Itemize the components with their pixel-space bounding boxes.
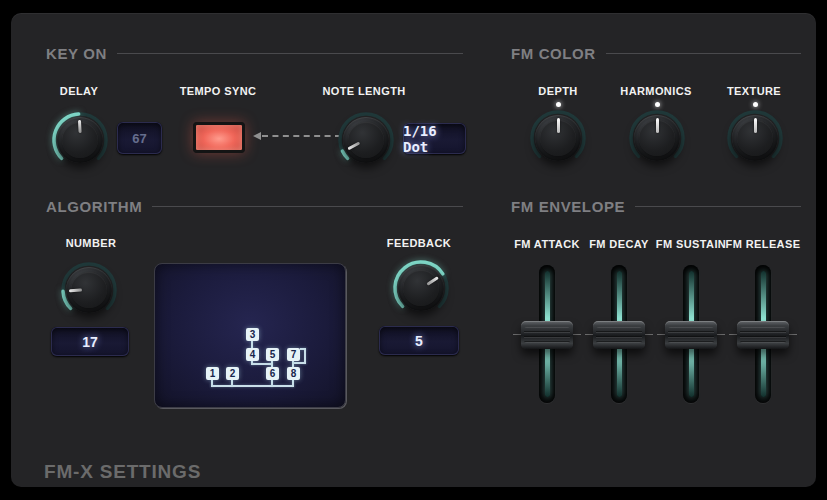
fm-color-rule: [606, 53, 801, 54]
algorithm-title: ALGORITHM: [46, 198, 142, 215]
number-label: NUMBER: [66, 237, 117, 249]
number-value-display[interactable]: 17: [51, 327, 129, 356]
depth-knob[interactable]: [528, 108, 588, 168]
depth-knob-pointer: [535, 115, 581, 161]
delay-knob-pointer: [56, 116, 104, 164]
fm-sustain-label: FM SUSTAIN: [656, 238, 726, 250]
delay-value-display[interactable]: 67: [117, 122, 162, 154]
texture-knob[interactable]: [725, 108, 785, 168]
operator-box: 4: [246, 348, 259, 361]
texture-label: TEXTURE: [727, 85, 781, 97]
operator-box: 2: [226, 367, 239, 380]
key-on-title: KEY ON: [46, 45, 107, 62]
number-knob-pointer: [64, 265, 113, 314]
key-on-rule: [117, 53, 463, 54]
plugin-window: KEY ON DELAY 67 TEMPO SYNC NOTE LENGTH: [0, 0, 827, 500]
harmonics-led: [655, 102, 660, 107]
note-length-knob[interactable]: [336, 110, 396, 170]
tempo-sync-label: TEMPO SYNC: [180, 85, 257, 97]
slider-grip: [740, 327, 786, 343]
depth-label: DEPTH: [538, 85, 577, 97]
fm-release-slider[interactable]: [729, 265, 797, 403]
operator-box: 6: [266, 367, 279, 380]
fmx-settings-panel: KEY ON DELAY 67 TEMPO SYNC NOTE LENGTH: [11, 13, 816, 487]
fm-envelope-section-header: FM ENVELOPE: [511, 198, 801, 214]
wire-carrier-bus: [211, 385, 294, 387]
texture-led: [753, 102, 758, 107]
slider-grip: [596, 327, 642, 343]
algorithm-display: 1 2 3 4 5 6 7 8: [154, 263, 346, 408]
operator-box: 3: [246, 328, 259, 341]
fm-envelope-title: FM ENVELOPE: [511, 198, 625, 215]
fm-release-slider-handle[interactable]: [737, 321, 789, 349]
arrow-left-icon: [253, 132, 261, 140]
fm-color-title: FM COLOR: [511, 45, 596, 62]
fm-decay-label: FM DECAY: [589, 238, 649, 250]
fm-envelope-rule: [635, 206, 801, 207]
operator-box: 7: [287, 348, 300, 361]
tempo-sync-button[interactable]: [193, 122, 245, 153]
window-footer-title: FM-X SETTINGS: [44, 461, 201, 483]
feedback-knob[interactable]: [391, 258, 451, 318]
fm-attack-slider-handle[interactable]: [521, 321, 573, 349]
fm-decay-slider-handle[interactable]: [593, 321, 645, 349]
fm-attack-slider[interactable]: [513, 265, 581, 403]
operator-box: 1: [206, 367, 219, 380]
operator-box: 5: [266, 348, 279, 361]
key-on-section-header: KEY ON: [46, 45, 463, 61]
fm-color-section-header: FM COLOR: [511, 45, 801, 61]
note-length-label: NOTE LENGTH: [322, 85, 405, 97]
fm-release-label: FM RELEASE: [726, 238, 801, 250]
delay-label: DELAY: [60, 85, 98, 97]
wire-4-6: [251, 363, 273, 365]
delay-knob[interactable]: [50, 110, 110, 170]
operator-box: 8: [287, 367, 300, 380]
algorithm-section-header: ALGORITHM: [46, 198, 463, 214]
slider-grip: [668, 327, 714, 343]
texture-knob-pointer: [732, 115, 778, 161]
wire-7-feedback-bottom: [294, 362, 306, 364]
harmonics-label: HARMONICS: [620, 85, 691, 97]
slider-grip: [524, 327, 570, 343]
feedback-label: FEEDBACK: [387, 237, 451, 249]
fm-attack-label: FM ATTACK: [514, 238, 580, 250]
number-knob[interactable]: [59, 260, 119, 320]
fm-sustain-slider[interactable]: [657, 265, 725, 403]
harmonics-knob-pointer: [634, 115, 680, 161]
feedback-value-display[interactable]: 5: [379, 326, 459, 355]
algorithm-rule: [152, 206, 463, 207]
harmonics-knob[interactable]: [627, 108, 687, 168]
fm-sustain-slider-handle[interactable]: [665, 321, 717, 349]
note-length-display[interactable]: 1/16 Dot: [403, 123, 466, 154]
fm-decay-slider[interactable]: [585, 265, 653, 403]
dashed-connector: [262, 135, 341, 137]
depth-led: [556, 102, 561, 107]
